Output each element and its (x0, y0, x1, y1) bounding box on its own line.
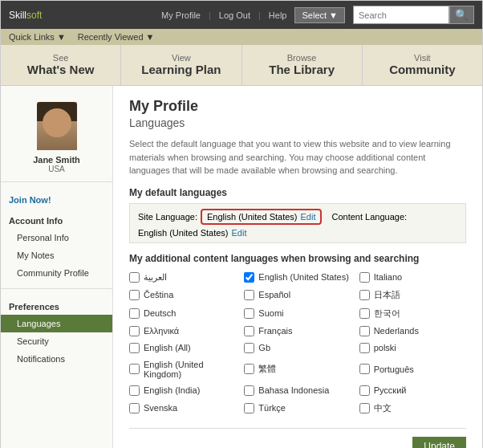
hero-visit-community[interactable]: Visit Community (363, 45, 482, 85)
lang-checkbox[interactable] (359, 385, 370, 396)
lang-item: Suomi (244, 306, 351, 321)
user-info: Jane Smith USA (1, 94, 112, 182)
search-button[interactable]: 🔍 (449, 6, 474, 24)
sidebar-item-personal-info[interactable]: Personal Info (1, 229, 112, 246)
lang-item: Svenska (129, 401, 236, 416)
additional-lang-title: My additional content languages when bro… (129, 253, 466, 264)
search-input[interactable] (353, 6, 449, 24)
lang-item: polski (359, 341, 466, 355)
lang-checkbox[interactable] (129, 272, 140, 283)
site-lang-highlight: English (United States) Edit (201, 209, 322, 225)
select-button[interactable]: Select ▼ (294, 7, 345, 23)
lang-label: العربية (144, 272, 167, 283)
logo[interactable]: Skillsoft (9, 10, 42, 21)
lang-checkbox[interactable] (244, 308, 254, 319)
lang-label: English (United States) (258, 272, 349, 282)
user-country: USA (9, 165, 104, 173)
hero-item-small-1: See (13, 53, 108, 63)
lang-checkbox[interactable] (244, 326, 254, 336)
lang-checkbox[interactable] (129, 343, 140, 353)
main-content: Jane Smith USA Join Now! Account Info Pe… (1, 86, 482, 448)
lang-checkbox[interactable] (359, 290, 370, 300)
lang-item: 한국어 (359, 306, 466, 321)
lang-label: Ελληνικά (144, 326, 179, 336)
lang-checkbox[interactable] (244, 343, 254, 353)
hero-browse-library[interactable]: Browse The Library (242, 45, 363, 85)
avatar-face (43, 108, 71, 137)
lang-label: Nederlands (374, 326, 419, 336)
page-title: My Profile (129, 98, 466, 115)
quick-links-nav[interactable]: Quick Links ▼ (9, 32, 66, 42)
logo-soft: soft (26, 10, 42, 21)
top-bar: Skillsoft My Profile | Log Out | Help Se… (1, 1, 482, 29)
lang-checkbox[interactable] (244, 272, 254, 283)
update-button[interactable]: Update (412, 437, 466, 449)
logout-link[interactable]: Log Out (219, 10, 250, 20)
hero-item-small-2: View (133, 53, 229, 63)
lang-item: 中文 (359, 401, 466, 416)
lang-checkbox[interactable] (359, 326, 370, 336)
hero-item-large-3: The Library (254, 63, 350, 77)
site-lang-edit[interactable]: Edit (301, 212, 316, 222)
logo-skill: Skill (9, 10, 26, 21)
hero-item-large-2: Learning Plan (133, 63, 229, 77)
user-name: Jane Smith (9, 155, 104, 165)
lang-checkbox[interactable] (359, 364, 370, 374)
lang-checkbox[interactable] (244, 403, 254, 413)
lang-item: Português (359, 358, 466, 381)
sidebar-item-languages[interactable]: Languages (1, 315, 112, 332)
lang-item: Bahasa Indonesia (244, 384, 351, 397)
lang-label: Español (258, 290, 290, 299)
search-bar: 🔍 (353, 6, 474, 24)
hero-learning-plan[interactable]: View Learning Plan (121, 45, 242, 85)
default-lang-row: Site Language: English (United States) E… (129, 203, 466, 243)
preferences-title: Preferences (1, 295, 112, 315)
join-now-link[interactable]: Join Now! (1, 190, 112, 210)
lang-label: 한국어 (374, 307, 400, 320)
lang-label: Bahasa Indonesia (258, 385, 329, 395)
default-lang-title: My default languages (129, 187, 466, 198)
lang-checkbox[interactable] (359, 403, 370, 413)
lang-item: Gb (244, 341, 351, 355)
nav-bar: Quick Links ▼ Recently Viewed ▼ (1, 29, 482, 45)
lang-item: Ελληνικά (129, 324, 236, 338)
sidebar-item-security[interactable]: Security (1, 332, 112, 350)
lang-item: English (All) (129, 341, 236, 355)
lang-label: English (India) (144, 385, 200, 395)
lang-checkbox[interactable] (359, 343, 370, 353)
lang-grid: العربيةEnglish (United States)ItalianoČe… (129, 271, 466, 416)
lang-checkbox[interactable] (129, 308, 140, 319)
lang-label: 中文 (374, 402, 392, 414)
lang-checkbox[interactable] (359, 272, 370, 283)
lang-item: 繁體 (244, 358, 351, 381)
lang-item: Türkçe (244, 401, 351, 416)
sidebar-item-notifications[interactable]: Notifications (1, 350, 112, 368)
lang-checkbox[interactable] (359, 308, 370, 319)
lang-item: Español (244, 287, 351, 303)
sidebar-item-community-profile[interactable]: Community Profile (1, 264, 112, 282)
top-nav: My Profile | Log Out | Help Select ▼ 🔍 (161, 6, 474, 24)
lang-label: Italiano (374, 272, 402, 282)
lang-label: Français (258, 326, 292, 336)
hero-whats-new[interactable]: See What's New (1, 45, 121, 85)
lang-checkbox[interactable] (244, 290, 254, 300)
sidebar-item-my-notes[interactable]: My Notes (1, 246, 112, 264)
lang-label: 繁體 (258, 363, 276, 375)
lang-label: Svenska (144, 403, 177, 413)
content-lang-edit[interactable]: Edit (232, 228, 247, 238)
lang-checkbox[interactable] (129, 326, 140, 336)
my-profile-link[interactable]: My Profile (161, 10, 201, 20)
lang-label: English (All) (144, 343, 191, 352)
content-area: My Profile Languages Select the default … (113, 86, 482, 448)
lang-checkbox[interactable] (244, 364, 254, 374)
lang-checkbox[interactable] (244, 385, 254, 396)
lang-label: 日本語 (374, 289, 400, 301)
content-lang-label: Content Language: (331, 212, 407, 222)
lang-checkbox[interactable] (129, 385, 140, 396)
lang-checkbox[interactable] (129, 403, 140, 413)
lang-checkbox[interactable] (129, 364, 140, 374)
lang-item: English (United Kingdom) (129, 358, 236, 381)
help-link[interactable]: Help (269, 10, 287, 20)
lang-checkbox[interactable] (129, 290, 140, 300)
recently-viewed-nav[interactable]: Recently Viewed ▼ (78, 32, 155, 42)
